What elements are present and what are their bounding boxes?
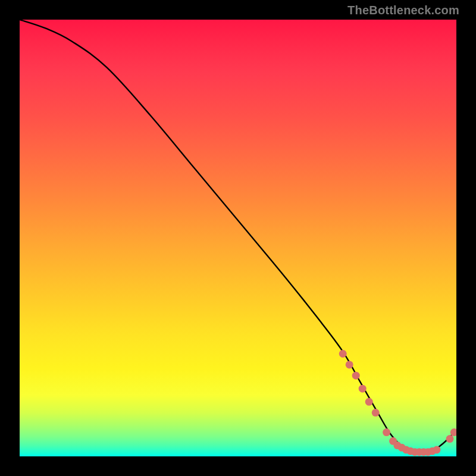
curve-marker [372, 409, 380, 416]
curve-marker [359, 385, 367, 393]
plot-area [20, 20, 456, 456]
curve-marker [352, 372, 360, 380]
curve-marker [365, 398, 373, 406]
curve-layer [20, 20, 456, 456]
curve-marker [446, 435, 454, 443]
curve-markers [339, 350, 456, 456]
curve-marker [383, 428, 390, 436]
bottleneck-curve [20, 20, 456, 453]
curve-marker [346, 361, 353, 368]
curve-marker [339, 350, 347, 358]
watermark-label: TheBottleneck.com [347, 4, 459, 17]
chart-stage: TheBottleneck.com [0, 0, 476, 476]
curve-marker [433, 446, 441, 454]
